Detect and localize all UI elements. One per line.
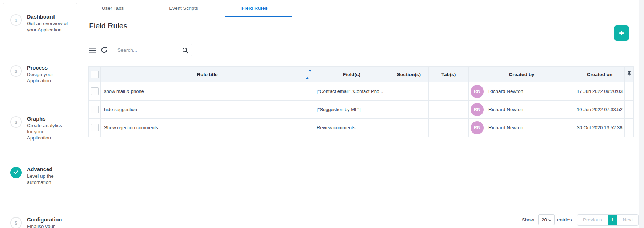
step-completed-badge	[10, 167, 22, 178]
step-number: 2	[15, 68, 17, 74]
hamburger-icon	[89, 48, 96, 54]
column-header-tabs: Tab(s)	[429, 67, 469, 82]
refresh-icon	[100, 49, 108, 55]
step-description: Level up the automation	[27, 173, 68, 185]
column-label: Created on	[587, 72, 613, 77]
setup-stepper-sidebar: 1 Dashboard Get an overview of your Appl…	[3, 3, 77, 228]
created-on-cell: 17 Jun 2022 09:20:03	[575, 82, 625, 101]
sections-cell	[389, 101, 429, 119]
show-label: Show	[522, 217, 534, 223]
field-rules-table: Rule title Field(s) Section(s) Tab(s) Cr…	[88, 66, 634, 137]
tabs-cell	[429, 101, 469, 119]
step-number: 5	[15, 220, 17, 226]
pagination-control: Previous 1 Next	[577, 214, 639, 226]
step-title: Configuration	[27, 217, 68, 223]
page-size-select[interactable]: 20	[538, 214, 555, 225]
step-title: Dashboard	[27, 14, 68, 20]
step-number-badge: 2	[10, 65, 22, 77]
avatar: RN	[471, 121, 484, 134]
step-number-badge: 3	[10, 116, 22, 128]
column-label: Created by	[509, 72, 535, 77]
column-label: Field(s)	[343, 72, 360, 77]
row-checkbox[interactable]	[91, 106, 99, 113]
plus-icon: +	[619, 29, 624, 38]
table-row[interactable]: hide suggestion ["Suggestion by ML"] RN …	[89, 101, 634, 119]
tab-event-scripts[interactable]: Event Scripts	[162, 0, 205, 17]
created-on-cell: 30 Oct 2020 13:52:36	[575, 119, 625, 137]
search-icon[interactable]	[182, 47, 188, 55]
step-description: Design your Application	[27, 71, 68, 84]
current-page-button[interactable]: 1	[608, 215, 617, 225]
table-header-row: Rule title Field(s) Section(s) Tab(s) Cr…	[89, 67, 634, 82]
sections-cell	[389, 82, 429, 101]
avatar: RN	[471, 103, 484, 116]
sidebar-item-process[interactable]: 2 Process Design your Application	[10, 65, 68, 84]
sections-cell	[389, 119, 429, 137]
step-number-badge: 5	[10, 217, 22, 228]
tabs-cell	[429, 119, 469, 137]
entries-label: entries	[557, 217, 572, 223]
next-page-button[interactable]: Next	[617, 215, 639, 225]
column-header-rule-title[interactable]: Rule title	[101, 67, 314, 82]
created-on-cell: 10 Jun 2022 07:33:52	[575, 101, 625, 119]
page-right-gutter	[639, 0, 644, 228]
row-select-cell	[89, 119, 101, 137]
sort-icon[interactable]	[306, 72, 312, 77]
avatar: RN	[471, 85, 484, 98]
step-description: Create analytics for your Application	[27, 122, 68, 141]
row-select-cell	[89, 82, 101, 101]
fields-cell: ["Contact email","Contact Pho...	[314, 82, 389, 101]
creator-name: Richard Newton	[488, 107, 523, 112]
page-title: Field Rules	[89, 21, 127, 30]
step-description: Finalise your	[27, 223, 68, 228]
column-label: Rule title	[197, 72, 217, 77]
tabs-cell	[429, 82, 469, 101]
column-header-fields: Field(s)	[314, 67, 389, 82]
page-size-value: 20	[541, 217, 547, 223]
select-all-checkbox[interactable]	[91, 71, 99, 78]
search-input[interactable]	[117, 44, 180, 56]
step-title: Process	[27, 65, 68, 71]
row-checkbox[interactable]	[91, 124, 99, 131]
creator-name: Richard Newton	[488, 125, 523, 130]
row-select-cell	[89, 101, 101, 119]
check-icon	[13, 169, 19, 176]
table-row[interactable]: Show rejection comments Review comments …	[89, 119, 634, 137]
pin-cell	[625, 82, 634, 101]
created-by-cell: RN Richard Newton	[469, 119, 575, 137]
search-box	[113, 44, 192, 56]
chevron-down-icon	[548, 217, 551, 223]
step-number-badge: 1	[10, 14, 22, 26]
step-title: Graphs	[27, 116, 68, 122]
column-header-pin[interactable]	[625, 67, 634, 82]
menu-button[interactable]	[89, 48, 96, 54]
table-row[interactable]: show mail & phone ["Contact email","Cont…	[89, 82, 634, 101]
select-all-cell	[89, 67, 101, 82]
tab-user-tabs[interactable]: User Tabs	[91, 0, 135, 17]
add-field-rule-button[interactable]: +	[614, 25, 629, 41]
created-by-cell: RN Richard Newton	[469, 82, 575, 101]
sidebar-item-advanced[interactable]: Advanced Level up the automation	[10, 167, 68, 185]
row-checkbox[interactable]	[91, 87, 99, 95]
pin-cell	[625, 101, 634, 119]
sidebar-item-dashboard[interactable]: 1 Dashboard Get an overview of your Appl…	[10, 14, 68, 33]
created-by-cell: RN Richard Newton	[469, 101, 575, 119]
column-header-sections: Section(s)	[389, 67, 429, 82]
fields-cell: ["Suggestion by ML"]	[314, 101, 389, 119]
refresh-button[interactable]	[100, 46, 108, 55]
step-description: Get an overview of your Application	[27, 20, 68, 33]
active-tab-indicator	[225, 16, 292, 17]
sidebar-item-configuration[interactable]: 5 Configuration Finalise your	[10, 217, 68, 228]
previous-page-button[interactable]: Previous	[577, 215, 608, 225]
tab-field-rules[interactable]: Field Rules	[222, 0, 287, 17]
creator-name: Richard Newton	[488, 89, 523, 94]
step-number: 3	[15, 119, 17, 125]
fields-cell: Review comments	[314, 119, 389, 137]
pin-cell	[625, 119, 634, 137]
sidebar-item-graphs[interactable]: 3 Graphs Create analytics for your Appli…	[10, 116, 68, 141]
rule-title-cell: Show rejection comments	[101, 119, 314, 137]
column-label: Tab(s)	[441, 72, 456, 77]
pin-icon	[627, 72, 632, 78]
column-label: Section(s)	[397, 72, 421, 77]
column-header-created-by: Created by	[469, 67, 575, 82]
